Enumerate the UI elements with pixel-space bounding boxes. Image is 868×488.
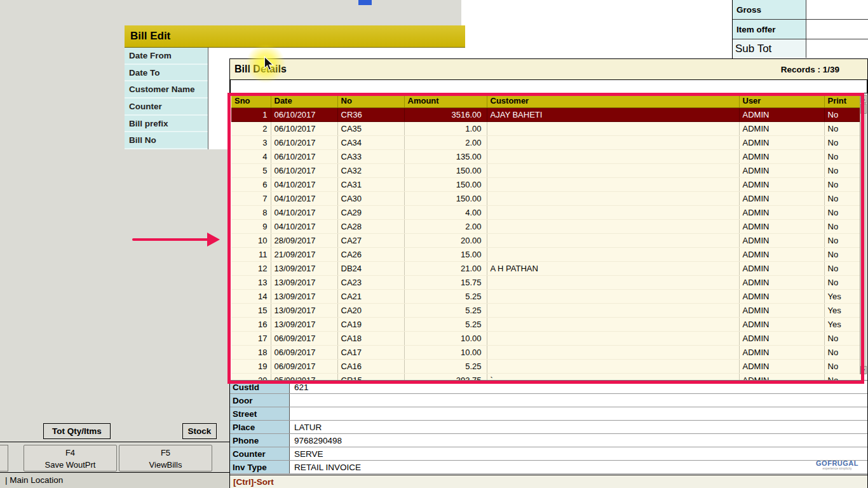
table-row[interactable]: 1706/09/2017CA1810.00ADMINNo <box>231 331 861 345</box>
annotation-arrow-head <box>207 233 220 247</box>
status-bar: | Main Location <box>0 472 229 488</box>
cell-user: ADMIN <box>739 359 824 373</box>
table-row[interactable]: 306/10/2017CA342.00ADMINNo <box>231 135 861 149</box>
column-header-sno[interactable]: Sno <box>231 95 271 107</box>
cell-no: CA29 <box>337 205 404 219</box>
cell-user: ADMIN <box>739 233 824 247</box>
cell-print: No <box>824 219 861 233</box>
column-header-no[interactable]: No <box>337 95 404 107</box>
f4-key-label: F4 <box>24 447 116 459</box>
table-row[interactable]: 1806/09/2017CA1710.00ADMINNo <box>231 345 861 359</box>
totals-panel: GrossItem offer Sub Tot <box>732 0 868 58</box>
cell-amount: 150.00 <box>404 163 487 177</box>
column-header-date[interactable]: Date <box>271 95 337 107</box>
table-row[interactable]: 1613/09/2017CA195.25ADMINYes <box>231 317 861 331</box>
scroll-up-icon[interactable]: ▲ <box>860 95 867 103</box>
cell-date: 04/10/2017 <box>271 219 337 233</box>
cell-no: CA30 <box>337 191 404 205</box>
cell-customer <box>487 289 739 303</box>
cell-customer <box>487 163 739 177</box>
scroll-down-icon[interactable]: ▼ <box>860 366 867 374</box>
cell-sno: 13 <box>231 275 271 289</box>
cell-date: 06/10/2017 <box>271 149 337 163</box>
f5-viewbills-button[interactable]: F5 ViewBills <box>119 445 212 471</box>
cell-print: No <box>824 205 861 219</box>
scrollbar-thumb[interactable] <box>860 104 867 114</box>
column-header-customer[interactable]: Customer <box>487 95 739 107</box>
cell-print: Yes <box>824 289 861 303</box>
column-header-amount[interactable]: Amount <box>404 95 487 107</box>
info-label-custid: CustId <box>230 381 290 393</box>
table-row[interactable]: 804/10/2017CA294.00ADMINNo <box>231 205 861 219</box>
subtotal-label: Sub Tot <box>733 39 806 58</box>
cell-customer <box>487 359 739 373</box>
cell-date: 06/09/2017 <box>271 345 337 359</box>
cell-amount: 3516.00 <box>404 107 487 121</box>
cell-amount: 15.75 <box>404 275 487 289</box>
cell-amount: 21.00 <box>404 261 487 275</box>
cell-amount: 135.00 <box>404 149 487 163</box>
bill-details-dialog: Bill Details Records : 1/39 SnoDateNoAmo… <box>229 58 868 488</box>
cell-no: CA27 <box>337 233 404 247</box>
table-row[interactable]: 904/10/2017CA282.00ADMINNo <box>231 219 861 233</box>
filter-input[interactable] <box>231 80 867 93</box>
stock-button[interactable]: Stock <box>182 423 217 439</box>
cell-user: ADMIN <box>739 149 824 163</box>
table-row[interactable]: 406/10/2017CA33135.00ADMINNo <box>231 149 861 163</box>
cell-no: CA26 <box>337 247 404 261</box>
f4-save-woutprt-button[interactable]: F4 Save WoutPrt <box>24 445 117 471</box>
customer-info-row: CounterSERVE <box>230 447 867 461</box>
info-value-inv-type: RETAIL INVOICE <box>290 461 867 473</box>
cell-date: 21/09/2017 <box>271 247 337 261</box>
table-row[interactable]: 604/10/2017CA31150.00ADMINNo <box>231 177 861 191</box>
cell-user: ADMIN <box>739 205 824 219</box>
table-row[interactable]: 1513/09/2017CA205.25ADMINYes <box>231 303 861 317</box>
cell-print: Yes <box>824 317 861 331</box>
cell-amount: 5.25 <box>404 317 487 331</box>
column-header-print[interactable]: Print <box>824 95 861 107</box>
table-row[interactable]: 1213/09/2017DB2421.00A H PATHANADMINNo <box>231 261 861 275</box>
field-label-bill-prefix: Bill prefix <box>125 116 208 133</box>
table-row[interactable]: 1313/09/2017CA2315.75ADMINNo <box>231 275 861 289</box>
cell-sno: 3 <box>231 135 271 149</box>
info-value-place: LATUR <box>290 421 867 433</box>
edge-button-partial[interactable] <box>0 445 8 471</box>
cell-print: No <box>824 121 861 135</box>
cell-amount: 1.00 <box>404 121 487 135</box>
cell-customer: A H PATHAN <box>487 261 739 275</box>
cell-user: ADMIN <box>739 275 824 289</box>
f4-action-label: Save WoutPrt <box>24 459 116 471</box>
table-row[interactable]: 704/10/2017CA30150.00ADMINNo <box>231 191 861 205</box>
cell-no: DB24 <box>337 261 404 275</box>
table-row[interactable]: 206/10/2017CA351.00ADMINNo <box>231 121 861 135</box>
cell-user: ADMIN <box>739 303 824 317</box>
vertical-scrollbar[interactable]: ▲ ▼ <box>860 95 867 374</box>
cell-user: ADMIN <box>739 261 824 275</box>
cell-print: No <box>824 233 861 247</box>
tot-qty-items-button[interactable]: Tot Qty/Itms <box>43 423 111 439</box>
f5-action-label: ViewBills <box>119 459 212 471</box>
table-row[interactable]: 1028/09/2017CA2720.00ADMINNo <box>231 233 861 247</box>
column-header-user[interactable]: User <box>739 95 824 107</box>
cell-customer <box>487 191 739 205</box>
cell-date: 06/09/2017 <box>271 331 337 345</box>
cell-date: 13/09/2017 <box>271 317 337 331</box>
table-row[interactable]: 106/10/2017CR363516.00AJAY BAHETIADMINNo <box>231 107 861 121</box>
cell-no: CA20 <box>337 303 404 317</box>
cell-customer: AJAY BAHETI <box>487 107 739 121</box>
totals-label-item-offer: Item offer <box>733 20 806 39</box>
info-value-phone: 9768290498 <box>290 434 867 447</box>
cell-customer <box>487 275 739 289</box>
table-row[interactable]: 506/10/2017CA32150.00ADMINNo <box>231 163 861 177</box>
cell-print: No <box>824 135 861 149</box>
table-row[interactable]: 1413/09/2017CA215.25ADMINYes <box>231 289 861 303</box>
info-label-street: Street <box>230 407 290 420</box>
cell-print: Yes <box>824 303 861 317</box>
table-row[interactable]: 1906/09/2017CA165.25ADMINNo <box>231 359 861 373</box>
customer-info-row: Door <box>230 394 867 407</box>
background-form-area <box>461 0 732 58</box>
cell-sno: 18 <box>231 345 271 359</box>
cell-user: ADMIN <box>739 317 824 331</box>
cell-no: CA31 <box>337 177 404 191</box>
table-row[interactable]: 1121/09/2017CA2615.00ADMINNo <box>231 247 861 261</box>
